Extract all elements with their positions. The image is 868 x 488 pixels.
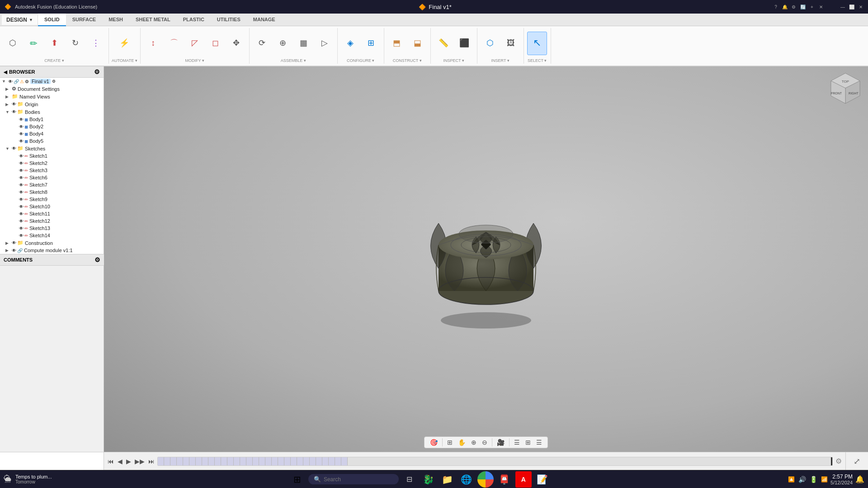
timeline-step-7[interactable] — [196, 457, 202, 465]
view-mode-button[interactable]: 🎥 — [495, 438, 506, 447]
timeline-play-button[interactable]: ▶ — [125, 457, 132, 466]
joint-button[interactable]: ⟳ — [252, 32, 272, 55]
midplane-button[interactable]: ⬓ — [408, 32, 428, 55]
speaker-icon[interactable]: 🔊 — [798, 476, 806, 483]
timeline-step-6[interactable] — [189, 457, 196, 465]
restore-button[interactable]: ⬜ — [849, 4, 854, 9]
timeline-step-15[interactable] — [246, 457, 253, 465]
tree-item-body4[interactable]: ▶ 👁 ◼ Body4 — [0, 130, 104, 137]
timeline-step-27[interactable] — [322, 457, 329, 465]
timeline-step-30[interactable] — [341, 457, 348, 465]
tree-item-construction[interactable]: ▶ 👁 📁 Construction — [0, 239, 104, 247]
edge-button[interactable]: 🌐 — [458, 471, 475, 488]
drive-joints-button[interactable]: ▷ — [315, 32, 335, 55]
timeline-step-22[interactable] — [291, 457, 297, 465]
timeline-settings-button[interactable]: ⚙ — [835, 456, 843, 466]
tab-utilities[interactable]: UTILITIES — [211, 14, 247, 26]
configure-button2[interactable]: ⊞ — [361, 32, 381, 55]
root-options-icon[interactable]: ⚙ — [52, 79, 56, 84]
effects-button[interactable]: ☰ — [534, 438, 544, 447]
help-button[interactable]: ? — [773, 4, 778, 9]
close-button[interactable]: ✕ — [858, 4, 863, 9]
viewport[interactable]: TOP RIGHT FRONT 🎯 ⊞ ✋ ⊕ ⊖ 🎥 ☰ ⊞ ☰ — [104, 66, 868, 452]
joint-origin-button[interactable]: ⊕ — [273, 32, 293, 55]
tab-manage[interactable]: MANAGE — [247, 14, 282, 26]
display-mode-button[interactable]: ☰ — [512, 438, 522, 447]
timeline-step-19[interactable] — [272, 457, 278, 465]
timeline-step-1[interactable] — [158, 457, 164, 465]
timeline-step-21[interactable] — [284, 457, 291, 465]
extrude-button[interactable]: ⬆ — [44, 32, 64, 55]
tree-item-origin[interactable]: ▶ 👁 📁 Origin — [0, 100, 104, 108]
grid-button[interactable]: ⊞ — [524, 438, 533, 447]
timeline-step-2[interactable] — [164, 457, 170, 465]
timeline-step-24[interactable] — [303, 457, 310, 465]
shell-button[interactable]: ◻ — [206, 32, 226, 55]
timeline-track[interactable] — [157, 457, 833, 466]
tree-item-named-views[interactable]: ▶ 📁 Named Views — [0, 93, 104, 100]
timeline-step-26[interactable] — [316, 457, 322, 465]
viewcube[interactable]: TOP RIGHT FRONT — [827, 71, 863, 107]
tree-item-sketches[interactable]: ▼ 👁 📁 Sketches — [0, 145, 104, 152]
tree-item-sketch8[interactable]: ▶ 👁 ✏ Sketch8 — [0, 188, 104, 196]
notes-button[interactable]: 📝 — [534, 471, 551, 488]
inspect-button2[interactable]: ⬛ — [454, 32, 474, 55]
timeline-step-17[interactable] — [259, 457, 265, 465]
timeline-step-3[interactable] — [170, 457, 177, 465]
tab-plastic[interactable]: PLASTIC — [177, 14, 211, 26]
more-create-button[interactable]: ⋮ — [86, 32, 106, 55]
chamfer-button[interactable]: ◸ — [185, 32, 205, 55]
taskbar-search[interactable]: 🔍 — [308, 474, 399, 484]
tree-item-sketch13[interactable]: ▶ 👁 ✏ Sketch13 — [0, 225, 104, 232]
design-dropdown[interactable]: DESIGN ▼ — [2, 15, 38, 25]
create-sketch-button[interactable]: ✏ — [24, 32, 43, 55]
notification-center-icon[interactable]: 🔔 — [855, 475, 864, 483]
refresh-icon[interactable]: 🔄 — [800, 4, 806, 9]
tab-solid[interactable]: SOLID — [38, 14, 66, 26]
clock-widget[interactable]: 2:57 PM 5/12/2024 — [830, 474, 853, 485]
tree-item-sketch2[interactable]: ▶ 👁 ✏ Sketch2 — [0, 160, 104, 167]
adobe-button[interactable]: A — [515, 471, 532, 488]
timeline-step-4[interactable] — [177, 457, 183, 465]
timeline-step-23[interactable] — [297, 457, 303, 465]
tree-item-sketch11[interactable]: ▶ 👁 ✏ Sketch11 — [0, 210, 104, 217]
timeline-step-16[interactable] — [253, 457, 259, 465]
add-tab-button[interactable]: + — [809, 4, 815, 9]
network-icon[interactable]: 📶 — [821, 476, 828, 483]
tree-item-body1[interactable]: ▶ 👁 ◼ Body1 — [0, 116, 104, 123]
offset-plane-button[interactable]: ⬒ — [387, 32, 407, 55]
mail-button[interactable]: 📮 — [496, 471, 513, 488]
tree-item-doc-settings[interactable]: ▶ ⚙ Document Settings — [0, 85, 104, 93]
tab-sheetmetal[interactable]: SHEET METAL — [129, 14, 177, 26]
orbit-button[interactable]: ⊞ — [445, 438, 454, 447]
timeline-step-13[interactable] — [234, 457, 240, 465]
timeline-step-28[interactable] — [329, 457, 335, 465]
notification-bell[interactable]: 🔔 — [782, 4, 788, 9]
tree-item-sketch7[interactable]: ▶ 👁 ✏ Sketch7 — [0, 181, 104, 188]
tree-item-compute-module[interactable]: ▶ 👁 🔗 Compute module v1:1 — [0, 247, 104, 254]
tree-item-sketch3[interactable]: ▶ 👁 ✏ Sketch3 — [0, 167, 104, 174]
timeline-expand-button[interactable]: ⤢ — [845, 452, 868, 470]
minimize-button[interactable]: — — [840, 4, 845, 9]
revolve-button[interactable]: ↻ — [65, 32, 85, 55]
measure-button[interactable]: 📏 — [434, 32, 453, 55]
search-input[interactable] — [324, 476, 387, 483]
timeline-step-20[interactable] — [278, 457, 284, 465]
insert-button1[interactable]: ⬡ — [480, 32, 500, 55]
tab-mesh[interactable]: MESH — [102, 14, 129, 26]
chevron-up-icon[interactable]: 🔼 — [788, 476, 795, 483]
battery-icon[interactable]: 🔋 — [810, 476, 817, 483]
pan-button[interactable]: ✋ — [456, 438, 467, 447]
timeline-step-8[interactable] — [202, 457, 208, 465]
zoom-in-button[interactable]: ⊕ — [469, 438, 478, 447]
settings-icon[interactable]: ⚙ — [791, 4, 797, 9]
tree-item-body2[interactable]: ▶ 👁 ◼ Body2 — [0, 123, 104, 130]
timeline-last-button[interactable]: ⏭ — [147, 457, 156, 466]
tree-item-sketch9[interactable]: ▶ 👁 ✏ Sketch9 — [0, 196, 104, 203]
tree-item-sketch6[interactable]: ▶ 👁 ✏ Sketch6 — [0, 174, 104, 181]
timeline-step-18[interactable] — [265, 457, 272, 465]
browser-back-icon[interactable]: ◀ — [4, 70, 7, 75]
timeline-step-29[interactable] — [335, 457, 341, 465]
taskview-button[interactable]: ⊟ — [401, 471, 418, 488]
tree-item-sketch10[interactable]: ▶ 👁 ✏ Sketch10 — [0, 203, 104, 210]
